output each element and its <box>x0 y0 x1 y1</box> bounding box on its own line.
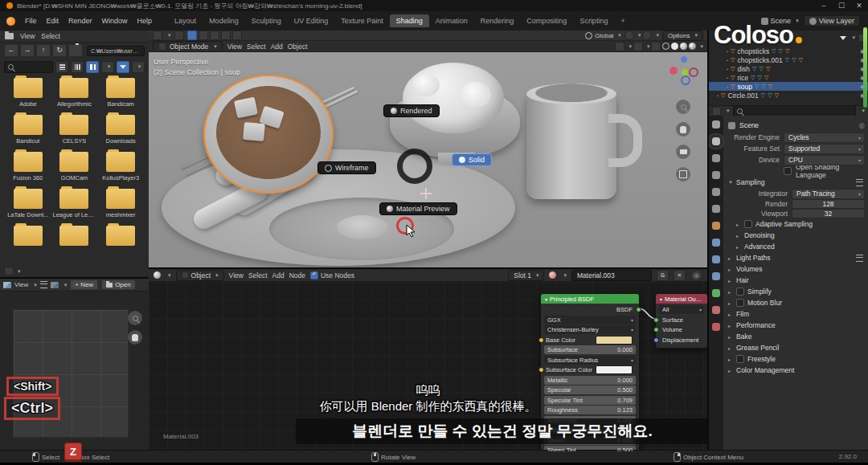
viewport-menu-select[interactable]: Select <box>247 43 266 51</box>
rendered-shading-icon[interactable] <box>689 43 696 50</box>
folder-item[interactable] <box>51 226 98 248</box>
mode-toggle-icon[interactable] <box>199 31 208 40</box>
shader-menu-add[interactable]: Add <box>272 271 285 279</box>
section-row[interactable]: ▸ Simplify <box>728 286 865 297</box>
workspace-tab[interactable]: Animation <box>429 14 474 27</box>
color-swatch[interactable] <box>596 365 633 374</box>
pie-option-material-preview[interactable]: Material Preview <box>379 202 457 215</box>
menu-item[interactable]: Help <box>133 17 158 25</box>
folder-item[interactable]: Fusion 360 <box>5 152 51 182</box>
file-browser-editor-icon[interactable] <box>5 33 14 39</box>
section-row[interactable]: ▸ Freestyle <box>728 353 865 365</box>
property-dropdown[interactable]: CPU <box>784 155 865 165</box>
node-parameter-row[interactable]: Subsurface Radius <box>544 356 636 365</box>
checkbox-icon[interactable] <box>736 288 744 296</box>
axis-z-neg-handle[interactable] <box>681 75 690 85</box>
image-editor-menu-view[interactable]: View <box>14 281 28 288</box>
folder-item[interactable]: Bandicam <box>97 78 144 108</box>
viewport-menu-view[interactable]: View <box>227 43 242 51</box>
solid-shading-icon[interactable] <box>671 43 678 50</box>
properties-editor-icon[interactable] <box>712 107 721 116</box>
folder-item[interactable] <box>97 226 144 248</box>
pin-icon[interactable]: ◎ <box>859 121 865 129</box>
material-output-header[interactable]: ▾Material Output <box>656 294 707 304</box>
display-vertical-list-button[interactable] <box>55 61 68 73</box>
disclosure-dot[interactable]: • <box>727 67 728 71</box>
node-parameter-row[interactable]: Volume <box>659 325 704 334</box>
show-overlays-icon[interactable] <box>633 42 643 51</box>
section-row[interactable]: ▸ Film <box>728 308 865 320</box>
pin-icon[interactable]: ◎ <box>690 270 702 281</box>
image-editor-icon[interactable] <box>3 282 11 288</box>
axis-z-handle[interactable] <box>681 56 687 63</box>
workspace-tab[interactable]: Texture Paint <box>334 14 390 27</box>
folder-item[interactable]: Bandicut <box>5 115 51 145</box>
viewport-pan-button[interactable] <box>676 122 690 137</box>
menu-item[interactable]: Edit <box>42 17 64 25</box>
editor-type-icon[interactable] <box>153 31 162 40</box>
workspace-tab[interactable]: Layout <box>168 14 203 27</box>
outliner-item[interactable]: • ▽ Circle.001 ▽ ▽ ▽ ◉ <box>709 91 868 100</box>
workspace-tab[interactable]: Shading <box>390 14 429 27</box>
workspace-tab[interactable]: Modeling <box>203 14 245 27</box>
shader-menu-select[interactable]: Select <box>248 271 268 279</box>
proportional-editing-icon[interactable] <box>642 31 652 40</box>
file-browser-menu-select[interactable]: Select <box>41 32 60 40</box>
rice-object[interactable] <box>403 63 504 133</box>
disclosure-dot[interactable]: • <box>717 93 719 98</box>
disclosure-dot[interactable]: • <box>727 58 728 63</box>
properties-tab[interactable] <box>712 188 720 196</box>
node-parameter-row[interactable]: Sheen Tint 0.500 <box>544 446 636 451</box>
property-dropdown[interactable]: Supported <box>784 144 865 154</box>
section-row[interactable]: ▸ Grease Pencil <box>728 342 865 353</box>
xray-toggle-icon[interactable] <box>651 42 661 51</box>
material-slot-dropdown[interactable]: Slot 1▾ <box>508 270 544 281</box>
folder-item[interactable]: Allegorithmic <box>51 78 98 108</box>
outliner-item[interactable]: • ▽ soup ▽ ▽ ▽ ◉ <box>709 82 868 91</box>
shader-editor-icon[interactable] <box>154 271 161 279</box>
pan-tool-button[interactable] <box>128 330 142 345</box>
pie-option-rendered[interactable]: Rendered <box>383 104 440 117</box>
principled-node-header[interactable]: ▾Principled BSDF <box>541 294 639 304</box>
new-image-button[interactable]: + New <box>70 279 98 290</box>
node-parameter-row[interactable]: Subsurface Color <box>544 365 636 374</box>
outliner-filter-icon[interactable] <box>840 36 846 40</box>
pie-option-solid[interactable]: Solid <box>452 153 492 166</box>
workspace-tab[interactable]: + <box>614 14 631 27</box>
menu-item[interactable]: Render <box>63 17 97 25</box>
preset-icon[interactable] <box>856 179 863 186</box>
checkbox-icon[interactable] <box>784 167 792 175</box>
workspace-tab[interactable]: Compositing <box>520 14 573 27</box>
properties-tab[interactable] <box>712 272 720 280</box>
display-thumbnails-button[interactable] <box>86 61 99 73</box>
node-parameter-row[interactable]: Displacement <box>659 336 704 345</box>
folder-item[interactable]: League of Leg... <box>51 189 98 218</box>
mode-dropdown[interactable]: Object Mode▾ <box>153 41 223 52</box>
color-swatch[interactable] <box>596 336 633 345</box>
pie-option-wireframe[interactable]: Wireframe <box>317 161 376 174</box>
parent-dir-button[interactable]: ↑ <box>36 44 51 57</box>
properties-tab[interactable] <box>712 205 720 213</box>
properties-tab[interactable] <box>712 289 720 297</box>
checkbox-icon[interactable] <box>736 355 744 363</box>
maximize-button[interactable]: ☐ <box>833 0 850 11</box>
folder-item[interactable]: Downloads <box>97 115 144 145</box>
subsection-row[interactable]: ▸ Advanced <box>728 241 865 252</box>
wireframe-shading-icon[interactable] <box>662 43 669 50</box>
outliner-item[interactable]: • ▽ dish ▽ ▽ ▽ ◉ <box>709 64 868 73</box>
material-preview-shading-icon[interactable] <box>680 43 687 50</box>
node-parameter-row[interactable]: Base Color <box>544 336 636 345</box>
navigation-gizmo[interactable] <box>669 56 698 85</box>
shader-menu-view[interactable]: View <box>229 271 244 279</box>
node-parameter-row[interactable]: Christensen-Burley <box>544 325 636 334</box>
filter-dropdown[interactable]: ▾ <box>132 61 145 73</box>
section-row[interactable]: ▸ Volumes <box>728 263 865 275</box>
material-output-node[interactable]: ▾Material Output All Surface Volume Disp… <box>655 293 707 349</box>
section-row[interactable]: ▸ Motion Blur <box>728 297 865 308</box>
properties-tab[interactable] <box>712 137 720 145</box>
disclosure-dot[interactable]: • <box>727 84 728 89</box>
material-name-field[interactable]: Material.003 <box>571 270 652 281</box>
mode-toggle-icon[interactable] <box>232 31 242 40</box>
checkbox-icon[interactable] <box>736 299 744 307</box>
outliner-item[interactable]: • ▽ chopsticks.001 ▽ ▽ ▽ ◉ <box>709 55 868 64</box>
